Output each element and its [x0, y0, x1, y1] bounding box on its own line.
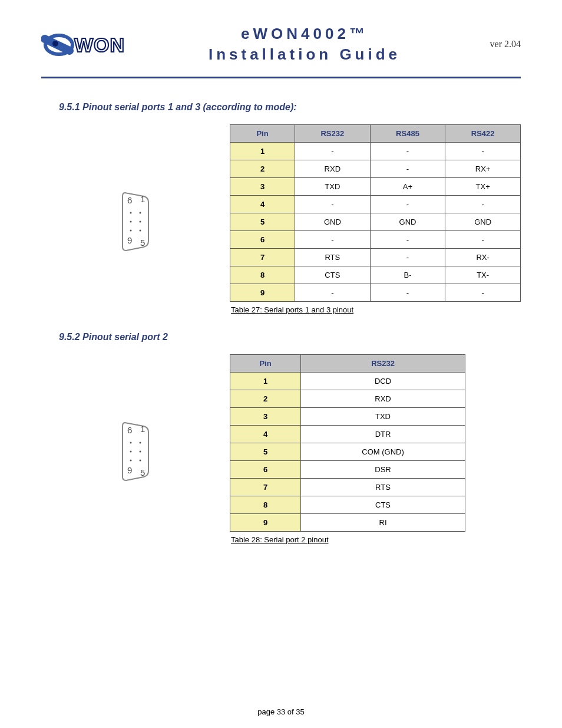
- section-heading-951: 9.5.1 Pinout serial ports 1 and 3 (accor…: [59, 102, 521, 113]
- table-row: 9RI: [230, 514, 465, 532]
- table-row: 7RTS-RX-: [230, 249, 521, 266]
- signal-cell: -: [370, 196, 445, 213]
- pin-number-cell: 1: [230, 143, 295, 160]
- conn-label-1: 1: [140, 194, 145, 204]
- pin-number-cell: 3: [230, 408, 301, 426]
- signal-cell: -: [370, 160, 445, 178]
- table-row: 6---: [230, 231, 521, 249]
- db9-connector-icon: 6 1 9 5: [119, 419, 152, 484]
- table2-caption: Table 28: Serial port 2 pinout: [231, 535, 465, 544]
- svg-point-12: [130, 460, 132, 462]
- signal-cell: -: [445, 284, 521, 302]
- conn-label-5: 5: [140, 467, 145, 477]
- conn-label-9: 9: [127, 465, 132, 475]
- table-row: 6DSR: [230, 461, 465, 479]
- ewon-logo: WON: [41, 28, 159, 60]
- table-row: 3TXDA+TX+: [230, 178, 521, 196]
- signal-cell: -: [445, 143, 521, 160]
- pin-number-cell: 6: [230, 231, 295, 249]
- signal-cell: TX+: [445, 178, 521, 196]
- svg-point-5: [130, 221, 132, 223]
- pin-number-cell: 5: [230, 443, 301, 461]
- conn-label-6: 6: [127, 195, 132, 205]
- signal-cell: COM (GND): [301, 443, 465, 461]
- pin-number-cell: 2: [230, 390, 301, 408]
- table-row: 8CTSB-TX-: [230, 266, 521, 284]
- signal-cell: -: [295, 231, 371, 249]
- section-heading-952: 9.5.2 Pinout serial port 2: [59, 332, 521, 342]
- signal-cell: TX-: [445, 266, 521, 284]
- signal-cell: RX+: [445, 160, 521, 178]
- pin-number-cell: 4: [230, 426, 301, 443]
- signal-cell: GND: [370, 213, 445, 231]
- svg-point-10: [130, 442, 132, 444]
- table-row: 2RXD-RX+: [230, 160, 521, 178]
- signal-cell: RTS: [301, 479, 465, 496]
- signal-cell: -: [295, 284, 371, 302]
- table2-wrapper: PinRS2321DCD2RXD3TXD4DTR5COM (GND)6DSR7R…: [230, 354, 465, 544]
- table1-wrapper: PinRS232RS485RS4221---2RXD-RX+3TXDA+TX+4…: [230, 124, 521, 314]
- signal-cell: TXD: [301, 408, 465, 426]
- svg-text:WON: WON: [74, 34, 125, 56]
- svg-point-9: [140, 230, 141, 232]
- table-row: 4---: [230, 196, 521, 213]
- svg-point-8: [140, 221, 141, 223]
- signal-cell: RTS: [295, 249, 371, 266]
- pin-number-cell: 8: [230, 266, 295, 284]
- signal-cell: RXD: [295, 160, 371, 178]
- connector-diagram-1: 6 1 9 5: [59, 124, 212, 254]
- section2-content: 6 1 9 5 PinRS2321DCD2RXD3TXD4DTR5COM (GN…: [59, 354, 521, 544]
- pin-number-cell: 5: [230, 213, 295, 231]
- pin-number-cell: 4: [230, 196, 295, 213]
- doc-version: ver 2.04: [450, 39, 521, 50]
- pin-number-cell: 6: [230, 461, 301, 479]
- table-row: 1DCD: [230, 373, 465, 390]
- signal-cell: -: [370, 231, 445, 249]
- pin-number-cell: 7: [230, 249, 295, 266]
- table-row: 3TXD: [230, 408, 465, 426]
- table-header: Pin: [230, 125, 295, 143]
- signal-cell: RXD: [301, 390, 465, 408]
- signal-cell: RX-: [445, 249, 521, 266]
- pin-number-cell: 3: [230, 178, 295, 196]
- page: WON eWON4002™ Installation Guide ver 2.0…: [0, 0, 562, 728]
- svg-point-4: [130, 212, 132, 214]
- signal-cell: -: [445, 196, 521, 213]
- signal-cell: GND: [295, 213, 371, 231]
- signal-cell: B-: [370, 266, 445, 284]
- signal-cell: TXD: [295, 178, 371, 196]
- doc-title-line2: Installation Guide: [159, 44, 450, 65]
- ewon-logo-icon: WON: [41, 28, 159, 58]
- table-row: 1---: [230, 143, 521, 160]
- table-header: RS232: [301, 355, 465, 373]
- svg-point-14: [140, 451, 141, 453]
- pinout-table-1-3: PinRS232RS485RS4221---2RXD-RX+3TXDA+TX+4…: [230, 124, 521, 302]
- signal-cell: -: [370, 143, 445, 160]
- table-row: 8CTS: [230, 496, 465, 514]
- pin-number-cell: 8: [230, 496, 301, 514]
- conn-label-5: 5: [140, 238, 145, 248]
- svg-point-2: [52, 41, 58, 47]
- signal-cell: -: [295, 143, 371, 160]
- signal-cell: CTS: [301, 496, 465, 514]
- conn-label-1: 1: [140, 424, 145, 434]
- pin-number-cell: 7: [230, 479, 301, 496]
- table-header: RS422: [445, 125, 521, 143]
- pin-number-cell: 9: [230, 284, 295, 302]
- table-row: 2RXD: [230, 390, 465, 408]
- page-footer: page 33 of 35: [0, 707, 562, 716]
- pin-number-cell: 9: [230, 514, 301, 532]
- signal-cell: CTS: [295, 266, 371, 284]
- table-header: RS232: [295, 125, 371, 143]
- table1-caption: Table 27: Serial ports 1 and 3 pinout: [231, 305, 521, 314]
- signal-cell: -: [295, 196, 371, 213]
- table-header: Pin: [230, 355, 301, 373]
- svg-point-7: [140, 212, 141, 214]
- table-row: 9---: [230, 284, 521, 302]
- pin-number-cell: 2: [230, 160, 295, 178]
- page-header: WON eWON4002™ Installation Guide ver 2.0…: [41, 18, 521, 78]
- connector-diagram-2: 6 1 9 5: [59, 354, 212, 484]
- conn-label-9: 9: [127, 235, 132, 245]
- table-row: 5GNDGNDGND: [230, 213, 521, 231]
- signal-cell: DTR: [301, 426, 465, 443]
